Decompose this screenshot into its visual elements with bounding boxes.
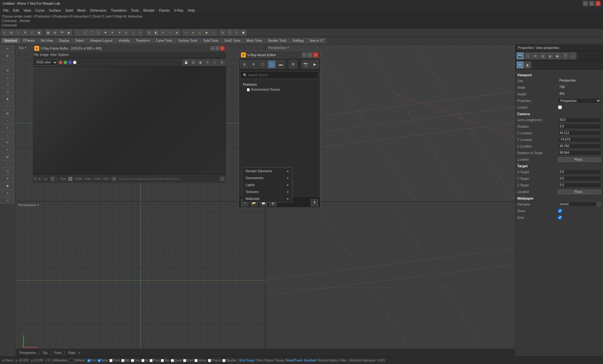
sidebar-move[interactable]: ↕ (1, 132, 14, 139)
snap-tan[interactable] (161, 359, 164, 362)
ae-maximize[interactable]: □ (307, 52, 312, 57)
ae-tool-cube[interactable]: ⬡ (258, 60, 267, 68)
tab-transform[interactable]: Transform (133, 38, 153, 43)
ae-tool-gear[interactable]: ⚙ (289, 60, 297, 68)
fb-menu-image[interactable]: Image (40, 53, 49, 56)
props-icon-render[interactable]: ▶ (554, 52, 561, 59)
snap-disable-label[interactable]: Disable (222, 359, 236, 362)
snap-cen-label[interactable]: Cen (131, 359, 140, 362)
fb-tool-settings[interactable]: ⚙ (219, 59, 225, 66)
tool-circle[interactable]: ○ (15, 29, 21, 36)
vp-nav-right[interactable]: Right (67, 351, 77, 355)
fb-close[interactable]: ✕ (220, 46, 225, 51)
tool-mat[interactable]: ◈ (174, 29, 180, 36)
tool-star[interactable]: ✦ (109, 29, 116, 36)
props-value-rotation[interactable]: 0.0 (558, 124, 601, 129)
fb-title-bar[interactable]: V V-Ray Frame Buffer - [100.0% of 800 x … (32, 45, 226, 52)
tab-subdtools[interactable]: SubD Tools (221, 38, 243, 43)
fb-color-channel[interactable]: RGB color (34, 59, 58, 66)
snap-perp[interactable] (149, 359, 153, 362)
menu-surface[interactable]: Surface (47, 8, 63, 13)
tool-red[interactable]: ● (210, 29, 217, 36)
maximize-button[interactable]: □ (589, 1, 594, 6)
sidebar-rotate[interactable]: ↻ (1, 139, 14, 146)
props-icon-mesh[interactable]: ⬡ (524, 52, 531, 59)
tool-extra1[interactable]: ◎ (220, 29, 226, 36)
menu-edit[interactable]: Edit (11, 8, 21, 13)
fb-tool-save[interactable]: 💾 (183, 59, 189, 66)
sidebar-select[interactable]: ⊕ (1, 52, 14, 59)
tool-flip[interactable]: ↔ (137, 29, 143, 36)
props-value-zloc[interactable]: 49.782 (558, 144, 601, 149)
sidebar-join[interactable]: ⊞ (1, 110, 14, 117)
props-btn-cam-place[interactable]: Place... (558, 157, 601, 162)
menu-curve[interactable]: Curve (33, 8, 46, 13)
tool-orange[interactable]: ● (197, 29, 203, 36)
sidebar-arrow[interactable]: ↖ (1, 45, 14, 52)
ae-item-env-texture[interactable]: 📄 Environment Texture (240, 87, 319, 92)
tool-line[interactable]: ╱ (82, 29, 88, 36)
props-icon-view2[interactable]: ◧ (524, 62, 531, 68)
sidebar-extra1[interactable]: ≡ (1, 190, 14, 196)
sidebar-group[interactable]: ⬡ (1, 168, 14, 175)
tab-surfacetools[interactable]: Surface Tools (176, 38, 200, 43)
ctx-materials[interactable]: Materials ▶ (242, 195, 292, 202)
snap-tan-label[interactable]: Tan (161, 359, 169, 362)
sidebar-minus[interactable]: ─ (1, 103, 14, 110)
ae-tool-sphere[interactable]: ◎ (240, 60, 248, 68)
snap-vertex[interactable] (194, 359, 198, 362)
snap-project-label[interactable]: Project (208, 359, 221, 362)
menu-solid[interactable]: Solid (63, 8, 75, 13)
fb-menu-view[interactable]: View (50, 53, 57, 56)
tool-arrow[interactable]: ↖ (1, 29, 8, 36)
fb-tool-grid[interactable]: ⊞ (190, 59, 196, 66)
props-icon-material[interactable]: ◎ (539, 52, 546, 59)
sidebar-light[interactable]: ☀ (1, 175, 14, 182)
menu-mesh[interactable]: Mesh (75, 8, 88, 13)
props-value-dist[interactable]: 99.564 (558, 150, 601, 155)
snap-end-label[interactable]: End (87, 359, 96, 362)
tab-select[interactable]: Select (73, 38, 87, 43)
tab-visibility[interactable]: Visibility (116, 38, 133, 43)
props-checkbox-show[interactable] (558, 209, 562, 213)
tab-setview[interactable]: Set View (38, 38, 56, 43)
sidebar-render[interactable]: ◉ (1, 182, 14, 189)
tool-green[interactable]: ● (183, 29, 189, 36)
props-icon-light[interactable]: ☀ (532, 52, 539, 59)
tab-cplanes[interactable]: CPlanes (20, 38, 38, 43)
tool-arc[interactable]: ⌒ (89, 29, 95, 36)
status-gridsnap[interactable]: Grid Snap (239, 359, 254, 362)
props-icon-view[interactable]: 👁 (517, 62, 524, 68)
sidebar-dim[interactable]: ↔ (1, 117, 14, 124)
tab-display[interactable]: Display (56, 38, 72, 43)
tool-extra4[interactable]: ⬢ (240, 29, 247, 36)
viewport-arrow-bl[interactable]: ▼ (37, 204, 39, 206)
props-value-filename[interactable]: (none) (558, 202, 597, 207)
tool-extra2[interactable]: ⬡ (226, 29, 233, 36)
tool-cog[interactable]: ⚙ (22, 29, 28, 36)
tab-drafting[interactable]: Drafting (290, 38, 306, 43)
props-value-yloc[interactable]: -74.673 (558, 137, 601, 142)
ctx-render-elements[interactable]: Render Elements ▶ (242, 168, 292, 174)
props-value-ztgt[interactable]: 0.0 (558, 183, 601, 188)
status-planar[interactable]: Planar (264, 359, 274, 362)
fb-dot-blue[interactable] (68, 61, 72, 64)
sidebar-ctrl[interactable]: ◎ (1, 67, 14, 74)
tool-pt1[interactable]: · (75, 29, 81, 36)
tool-render-sm[interactable]: ◉ (66, 29, 72, 36)
props-value-xloc[interactable]: 43.111 (558, 131, 601, 136)
vp-nav-top[interactable]: Top (41, 351, 49, 355)
menu-panels[interactable]: Panels (157, 8, 171, 13)
tool-layer1[interactable]: ◫ (146, 29, 152, 36)
menu-render[interactable]: Render (141, 8, 156, 13)
tab-viewport[interactable]: Viewport Layout (87, 38, 115, 43)
ae-tool-render[interactable]: ▶ (311, 60, 319, 68)
fb-dot-green[interactable] (63, 61, 67, 64)
ctx-geometries[interactable]: Geometries ▶ (242, 174, 292, 181)
props-icon-camera[interactable]: 📷 (517, 52, 524, 59)
snap-vertex-label[interactable]: Vertex (194, 359, 207, 362)
props-checkbox-locked[interactable] (558, 105, 562, 109)
sidebar-pt[interactable]: · (1, 60, 14, 67)
tool-move2[interactable]: ✈ (160, 29, 166, 36)
snap-project[interactable] (208, 359, 211, 362)
